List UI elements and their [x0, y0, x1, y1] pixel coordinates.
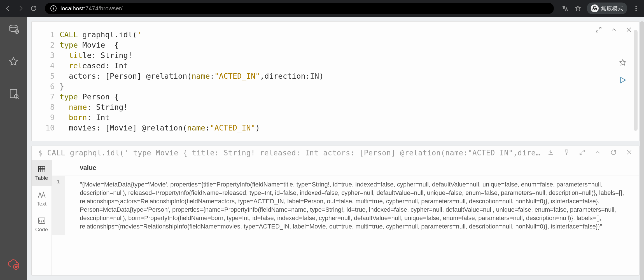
browser-right-controls: 無痕模式 [561, 3, 640, 14]
reload-button[interactable] [30, 4, 38, 12]
tab-table-label: Table [35, 175, 48, 181]
forward-button[interactable] [17, 4, 25, 12]
tab-code[interactable]: Code [32, 212, 52, 237]
editor-top-icons [595, 26, 633, 34]
workspace: 12345678910 CALL graphql.idl('type Movie… [0, 17, 644, 280]
table-row: 1 "{Movie=MetaData{type='Movie', propert… [52, 176, 639, 235]
back-button[interactable] [4, 4, 12, 12]
svg-point-3 [636, 8, 636, 9]
code-body[interactable]: CALL graphql.idl('type Movie { title: St… [60, 29, 324, 133]
database-icon[interactable] [8, 24, 19, 36]
svg-rect-10 [38, 166, 45, 172]
translate-icon[interactable] [561, 4, 569, 12]
view-tabs: Table Text Code [32, 160, 52, 275]
cell-value: "{Movie=MetaData{type='Movie', propertie… [65, 176, 639, 235]
result-header-icons [547, 149, 633, 157]
line-gutter: 12345678910 [42, 29, 60, 133]
code-editor[interactable]: 12345678910 CALL graphql.idl('type Movie… [42, 29, 629, 133]
tab-table[interactable]: Table [32, 160, 52, 186]
row-number: 1 [52, 176, 65, 235]
svg-point-5 [10, 25, 17, 28]
incognito-badge[interactable]: 無痕模式 [587, 3, 627, 14]
editor-scrollbar[interactable] [634, 30, 638, 131]
column-header-value: value [52, 160, 639, 176]
svg-point-4 [636, 10, 636, 11]
result-collapse-icon[interactable] [594, 149, 601, 157]
bookmark-star-icon[interactable] [574, 4, 582, 12]
collapse-up-icon[interactable] [610, 26, 617, 34]
tab-text[interactable]: Text [32, 186, 52, 212]
code-icon [38, 216, 46, 225]
tab-code-label: Code [35, 227, 48, 233]
result-close-icon[interactable] [626, 149, 633, 157]
documents-icon[interactable] [8, 88, 19, 100]
rerun-icon[interactable] [610, 149, 617, 157]
svg-point-1 [595, 8, 597, 10]
query-editor-card: 12345678910 CALL graphql.idl('type Movie… [31, 21, 640, 141]
download-icon[interactable] [547, 149, 554, 157]
editor-side-icons [619, 59, 627, 85]
cloud-disconnect-icon[interactable] [7, 258, 20, 272]
result-body: Table Text Code value 1 "{Movie= [32, 160, 639, 275]
favorites-star-icon[interactable] [8, 56, 19, 68]
close-icon[interactable] [625, 26, 633, 34]
favorite-star-icon[interactable] [619, 59, 627, 68]
svg-point-2 [636, 6, 636, 7]
prompt-symbol: $ [38, 149, 43, 157]
browser-toolbar: i localhost:7474/browser/ 無痕模式 [0, 0, 644, 17]
header-query-text: CALL graphql.idl(' type Movie { title: S… [47, 149, 543, 157]
run-query-icon[interactable] [619, 76, 627, 85]
incognito-label: 無痕模式 [601, 5, 623, 12]
url-text: localhost:7474/browser/ [60, 5, 123, 12]
svg-point-0 [593, 8, 594, 10]
page-scrollbar[interactable] [640, 21, 644, 280]
result-table: value 1 "{Movie=MetaData{type='Movie', p… [52, 160, 639, 275]
pin-icon[interactable] [563, 149, 570, 157]
site-info-icon[interactable]: i [50, 5, 57, 11]
browser-menu-icon[interactable] [632, 4, 640, 12]
text-icon [38, 191, 46, 199]
left-rail [0, 17, 27, 280]
expand-icon[interactable] [595, 26, 602, 34]
result-card: $ CALL graphql.idl(' type Movie { title:… [31, 146, 640, 276]
incognito-icon [591, 4, 599, 12]
result-header: $ CALL graphql.idl(' type Movie { title:… [32, 146, 639, 160]
content-area: 12345678910 CALL graphql.idl('type Movie… [27, 17, 644, 280]
address-bar[interactable]: i localhost:7474/browser/ [45, 3, 554, 14]
table-icon [38, 165, 46, 173]
result-expand-icon[interactable] [579, 149, 585, 157]
tab-text-label: Text [37, 201, 46, 207]
svg-rect-7 [10, 89, 17, 98]
